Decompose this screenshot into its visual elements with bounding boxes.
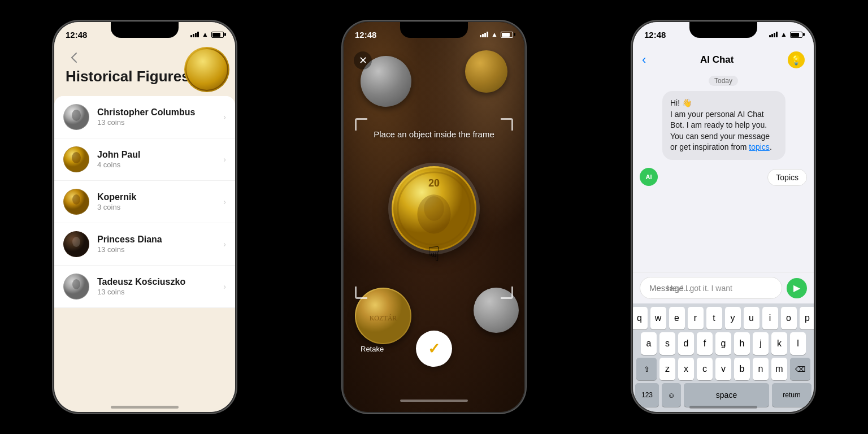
list-item[interactable]: Tadeusz Kościuszko 13 coins › — [54, 266, 235, 308]
battery-icon-2 — [501, 32, 513, 38]
send-icon: ▶ — [793, 283, 800, 293]
key-z[interactable]: z — [659, 358, 675, 380]
key-o[interactable]: o — [781, 307, 797, 329]
retake-label[interactable]: Retake — [361, 345, 384, 353]
shift-key[interactable]: ⇧ — [636, 358, 657, 380]
key-u[interactable]: u — [744, 307, 760, 329]
key-f[interactable]: f — [697, 332, 713, 355]
list-item[interactable]: Kopernik 3 coins › — [54, 181, 235, 223]
notch-3 — [689, 22, 757, 38]
key-q[interactable]: q — [633, 307, 648, 329]
item-coins: 4 coins — [97, 160, 223, 169]
wifi-icon: ▲ — [202, 31, 209, 38]
coin-avatar-columbus — [63, 104, 89, 130]
close-button[interactable]: ✕ — [354, 51, 372, 70]
key-y[interactable]: y — [725, 307, 741, 329]
svg-text:KÖZTÁR: KÖZTÁR — [370, 314, 397, 322]
item-name: Christopher Columbus — [97, 107, 223, 118]
home-indicator — [111, 406, 179, 409]
virtual-keyboard[interactable]: q w e r t y u i o p a s d f g h j k l ⇧ … — [633, 303, 814, 412]
notch — [111, 22, 179, 38]
item-info-columbus: Christopher Columbus 13 coins — [97, 107, 223, 127]
key-e[interactable]: e — [669, 307, 685, 329]
item-name: Princess Diana — [97, 235, 223, 245]
return-key[interactable]: return — [772, 383, 811, 407]
key-i[interactable]: i — [762, 307, 778, 329]
bulb-icon[interactable]: 💡 — [788, 51, 805, 68]
coin-avatar-kosciuszko — [63, 274, 89, 300]
header-coin-image — [184, 47, 229, 92]
item-name: Tadeusz Kościuszko — [97, 277, 223, 287]
svg-point-6 — [72, 152, 81, 163]
list-item[interactable]: Christopher Columbus 13 coins › — [54, 96, 235, 138]
chat-messages: Today AI Hi! 👋 I am your personal AI Cha… — [633, 75, 814, 272]
key-p[interactable]: p — [800, 307, 814, 329]
home-indicator-2 — [400, 400, 468, 402]
chevron-icon: › — [223, 240, 226, 249]
keyboard-row-2: a s d f g h j k l — [635, 332, 811, 355]
item-info-kosciuszko: Tadeusz Kościuszko 13 coins — [97, 277, 223, 296]
date-label: Today — [709, 76, 738, 86]
signal-icon-2 — [480, 32, 488, 37]
back-button[interactable] — [66, 49, 83, 66]
key-k[interactable]: k — [771, 332, 787, 355]
camera-hint: Place an object inside the frame — [344, 129, 524, 139]
item-coins: 13 coins — [97, 118, 223, 127]
key-b[interactable]: b — [734, 358, 750, 380]
key-g[interactable]: g — [715, 332, 731, 355]
message-period: . — [770, 142, 772, 151]
status-icons-3: ▲ — [769, 31, 802, 38]
item-name: John Paul — [97, 150, 223, 160]
back-button-chat[interactable]: ‹ — [642, 53, 646, 67]
key-a[interactable]: a — [641, 332, 657, 355]
key-n[interactable]: n — [753, 358, 769, 380]
keyboard-row-1: q w e r t y u i o p — [635, 307, 811, 329]
status-icons-2: ▲ — [480, 31, 513, 38]
key-s[interactable]: s — [659, 332, 675, 355]
scan-corner-bl — [355, 287, 367, 299]
home-indicator-3 — [689, 406, 757, 409]
key-r[interactable]: r — [688, 307, 704, 329]
delete-key[interactable]: ⌫ — [790, 358, 810, 380]
item-coins: 13 coins — [97, 245, 223, 254]
key-h[interactable]: h — [734, 332, 750, 355]
chevron-icon: › — [223, 282, 226, 291]
topics-button[interactable]: Topics — [767, 169, 807, 186]
key-c[interactable]: c — [697, 358, 713, 380]
key-l[interactable]: l — [790, 332, 806, 355]
check-icon: ✓ — [428, 340, 440, 358]
coin-avatar-johnpaul — [63, 146, 89, 172]
topics-link[interactable]: topics — [749, 142, 770, 151]
ai-message-bubble: Hi! 👋 I am your personal AI Chat Bot. I … — [662, 91, 807, 186]
chat-title: AI Chat — [700, 54, 734, 66]
key-d[interactable]: d — [678, 332, 694, 355]
key-v[interactable]: v — [715, 358, 731, 380]
key-m[interactable]: m — [771, 358, 787, 380]
numbers-key[interactable]: 123 — [635, 383, 659, 407]
camera-bottom-bar: Retake ✓ — [344, 331, 524, 367]
phone-ai-chat: 12:48 ▲ ‹ AI Chat 💡 Today AI H — [633, 22, 814, 412]
time-1: 12:48 — [66, 30, 87, 40]
key-j[interactable]: j — [753, 332, 769, 355]
historical-figures-list: Christopher Columbus 13 coins › — [54, 96, 235, 308]
chat-input[interactable] — [640, 277, 782, 299]
send-button[interactable]: ▶ — [787, 278, 807, 298]
coin-avatar-kopernik — [63, 189, 89, 215]
check-button[interactable]: ✓ — [416, 331, 452, 367]
chat-input-bar: Hey! I got it. I want ▶ — [633, 272, 814, 303]
svg-point-0 — [185, 48, 228, 91]
list-item[interactable]: John Paul 4 coins › — [54, 138, 235, 181]
key-t[interactable]: t — [706, 307, 722, 329]
chevron-icon: › — [223, 197, 226, 206]
list-item[interactable]: Princess Diana 13 coins › — [54, 223, 235, 266]
key-w[interactable]: w — [650, 307, 666, 329]
greeting-text: Hi! 👋 — [670, 98, 692, 107]
space-key[interactable]: space — [684, 383, 769, 407]
key-x[interactable]: x — [678, 358, 694, 380]
svg-point-12 — [72, 279, 80, 289]
item-coins: 13 coins — [97, 288, 223, 296]
phone1-header: Historical Figures — [54, 47, 235, 90]
battery-icon-3 — [790, 32, 802, 38]
emoji-key[interactable]: ☺ — [662, 383, 681, 407]
coin-top-right — [465, 50, 507, 93]
